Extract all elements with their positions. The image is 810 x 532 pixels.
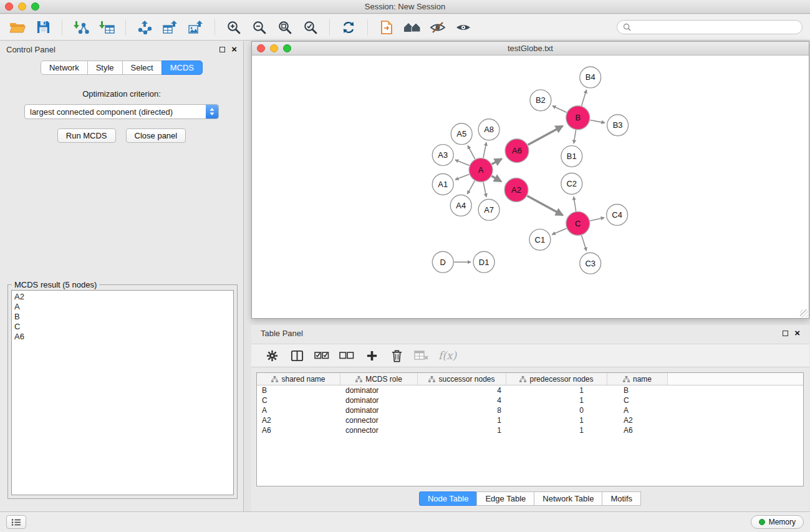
float-table-panel-icon[interactable] — [783, 331, 788, 336]
table-row[interactable]: A2connector11A2 — [257, 415, 803, 425]
delete-table-button[interactable] — [413, 347, 430, 364]
graph-node-B3[interactable]: B3 — [607, 115, 629, 136]
zoom-in-button[interactable] — [223, 17, 245, 38]
show-columns-button[interactable] — [289, 347, 305, 364]
graph-edge-B-B1[interactable] — [574, 130, 576, 143]
table-row[interactable]: A6connector11A6 — [257, 425, 803, 435]
graph-node-A3[interactable]: A3 — [432, 145, 453, 166]
function-builder-button[interactable]: f(x) — [438, 349, 456, 362]
graph-node-C4[interactable]: C4 — [607, 204, 628, 225]
create-column-button[interactable] — [364, 347, 380, 364]
tab-select[interactable]: Select — [122, 60, 162, 75]
column-header-MCDS-role[interactable]: MCDS role — [340, 373, 418, 385]
tab-motifs[interactable]: Motifs — [602, 491, 641, 506]
graph-edge-A-A7[interactable] — [483, 182, 486, 197]
graph-node-A1[interactable]: A1 — [432, 174, 453, 195]
mcds-result-item[interactable]: A — [14, 302, 231, 312]
graph-node-A6[interactable]: A6 — [505, 139, 529, 163]
graph-node-A4[interactable]: A4 — [450, 195, 471, 216]
column-header-shared-name[interactable]: shared name — [257, 373, 340, 385]
graph-node-A[interactable]: A — [469, 158, 493, 182]
network-close-button[interactable] — [257, 44, 265, 52]
graph-edge-A2-C[interactable] — [528, 196, 563, 215]
graph-node-D[interactable]: D — [432, 251, 453, 273]
graph-edge-A-A2[interactable] — [492, 176, 501, 181]
graph-node-A2[interactable]: A2 — [504, 178, 528, 202]
graph-edge-A-A5[interactable] — [468, 145, 475, 159]
home-button[interactable] — [401, 17, 423, 38]
table-row[interactable]: Bdominator41B — [257, 385, 803, 395]
close-panel-button[interactable]: Close panel — [126, 128, 186, 143]
graph-edge-A-A3[interactable] — [455, 160, 470, 165]
run-mcds-button[interactable]: Run MCDS — [57, 128, 116, 143]
graph-node-B1[interactable]: B1 — [561, 146, 582, 167]
show-graphics-details-button[interactable] — [427, 17, 449, 38]
network-zoom-button[interactable] — [283, 44, 291, 52]
zoom-selected-button[interactable] — [299, 17, 322, 38]
memory-button[interactable]: Memory — [751, 515, 804, 529]
graph-edge-C-C1[interactable] — [552, 228, 566, 235]
search-input[interactable] — [634, 23, 796, 32]
column-header-predecessor-nodes[interactable]: predecessor nodes — [506, 373, 607, 385]
column-header-name[interactable]: name — [607, 373, 668, 385]
export-table-button[interactable] — [159, 17, 181, 38]
zoom-fit-button[interactable] — [274, 17, 296, 38]
mcds-result-list[interactable]: A2ABCA6 — [11, 290, 234, 495]
graph-node-A7[interactable]: A7 — [478, 199, 499, 220]
resize-grip[interactable] — [800, 309, 808, 317]
export-network-button[interactable] — [133, 17, 156, 38]
graph-edge-C-C3[interactable] — [582, 235, 587, 251]
graph-node-C[interactable]: C — [566, 211, 590, 235]
import-table-button[interactable] — [95, 17, 118, 38]
graph-edge-A-A8[interactable] — [483, 142, 486, 158]
tab-network[interactable]: Network — [41, 60, 88, 75]
tab-style[interactable]: Style — [87, 60, 123, 75]
select-all-button[interactable] — [314, 347, 330, 364]
graph-node-B2[interactable]: B2 — [530, 90, 551, 111]
tab-node-table[interactable]: Node Table — [419, 491, 478, 506]
network-canvas[interactable]: B4B2BB3A5A8A6A3B1AC2A1A2A4A7C4CC1C3DD1 — [252, 56, 809, 318]
graph-node-C3[interactable]: C3 — [580, 253, 601, 274]
close-table-panel-icon[interactable]: × — [794, 330, 800, 336]
graph-edge-A-A4[interactable] — [468, 181, 475, 194]
import-network-button[interactable] — [70, 17, 92, 38]
table-row[interactable]: Adominator80A — [257, 405, 803, 415]
graph-edge-B-B4[interactable] — [582, 90, 587, 106]
deselect-all-button[interactable] — [339, 347, 355, 364]
graph-node-A5[interactable]: A5 — [451, 123, 472, 145]
tab-network-table[interactable]: Network Table — [534, 491, 602, 506]
delete-column-button[interactable] — [388, 347, 405, 364]
export-image-button[interactable] — [185, 17, 207, 38]
table-row[interactable]: Cdominator41C — [257, 395, 803, 405]
show-view-button[interactable] — [452, 17, 475, 38]
network-minimize-button[interactable] — [270, 44, 278, 52]
open-session-button[interactable] — [6, 17, 29, 38]
graph-edge-C-C4[interactable] — [590, 218, 604, 221]
graph-node-B[interactable]: B — [566, 106, 590, 130]
graph-edge-A-A1[interactable] — [455, 175, 469, 180]
criterion-dropdown[interactable]: largest connected component (directed) — [24, 104, 219, 119]
graph-edge-A-A6[interactable] — [492, 159, 502, 164]
graph-node-C2[interactable]: C2 — [561, 173, 582, 195]
graph-edge-A6-B[interactable] — [528, 126, 563, 145]
mcds-result-item[interactable]: C — [14, 322, 231, 332]
graph-node-C1[interactable]: C1 — [529, 229, 551, 250]
tab-mcds[interactable]: MCDS — [162, 60, 203, 75]
table-settings-button[interactable] — [264, 347, 280, 364]
graph-node-B4[interactable]: B4 — [580, 67, 601, 88]
mcds-result-item[interactable]: B — [14, 312, 231, 322]
save-session-button[interactable] — [32, 17, 54, 38]
apply-layout-button[interactable] — [337, 17, 360, 38]
float-panel-icon[interactable] — [219, 47, 225, 52]
graph-node-D1[interactable]: D1 — [473, 251, 494, 273]
zoom-out-button[interactable] — [248, 17, 271, 38]
task-history-button[interactable] — [6, 515, 26, 529]
graph-edge-B-B3[interactable] — [590, 120, 604, 122]
document-button[interactable] — [375, 17, 398, 38]
graph-edge-B-B2[interactable] — [552, 106, 567, 113]
close-panel-icon[interactable]: × — [231, 46, 237, 52]
mcds-result-item[interactable]: A2 — [14, 292, 231, 302]
column-header-successor-nodes[interactable]: successor nodes — [418, 373, 506, 385]
mcds-result-item[interactable]: A6 — [14, 332, 231, 342]
graph-edge-C-C2[interactable] — [574, 196, 576, 211]
